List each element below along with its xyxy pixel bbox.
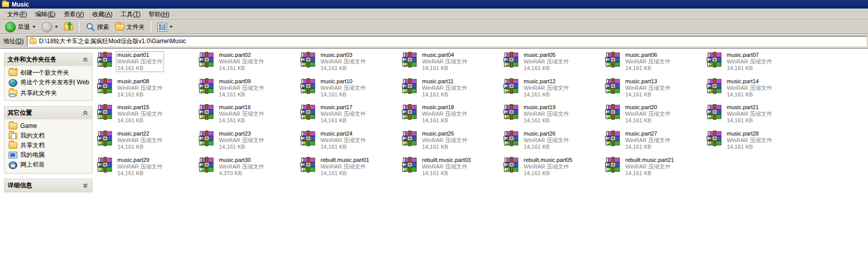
place-item[interactable]: 共享文档 [9, 142, 90, 149]
file-tile[interactable]: music.part16 WinRAR 压缩文件 14,161 KB [198, 103, 300, 129]
winrar-archive-icon [706, 130, 723, 146]
window-title: Music [12, 1, 29, 8]
file-size: 4,370 KB [219, 170, 264, 177]
file-tile[interactable]: music.part27 WinRAR 压缩文件 14,161 KB [604, 129, 706, 156]
file-tile[interactable]: music.part22 WinRAR 压缩文件 14,161 KB [97, 129, 198, 156]
up-button[interactable] [62, 23, 75, 31]
file-tile[interactable]: rebuilt.music.part01 WinRAR 压缩文件 14,161 … [300, 156, 401, 182]
file-size: 14,161 KB [320, 144, 366, 150]
file-type: WinRAR 压缩文件 [117, 58, 163, 65]
collapse-chevron-icon[interactable] [82, 111, 89, 115]
file-tile[interactable]: music.part17 WinRAR 压缩文件 14,161 KB [300, 103, 401, 129]
place-item[interactable]: 网上邻居 [9, 161, 90, 169]
menu-item[interactable]: 文件(F) [3, 9, 31, 20]
file-tile[interactable]: music.part26 WinRAR 压缩文件 14,161 KB [503, 129, 604, 156]
folders-button[interactable]: 文件夹 [113, 22, 147, 32]
file-tile[interactable]: music.part11 WinRAR 压缩文件 14,161 KB [401, 77, 503, 104]
winrar-archive-icon [604, 130, 621, 146]
file-tile[interactable]: rebuilt.music.part21 WinRAR 压缩文件 14,161 … [604, 156, 706, 182]
file-name: music.part11 [422, 78, 467, 85]
file-tile[interactable]: rebuilt.music.part05 WinRAR 压缩文件 14,161 … [503, 156, 604, 182]
views-button[interactable] [155, 22, 175, 32]
task-item-label: 共享此文件夹 [20, 89, 57, 96]
panel-title: 其它位置 [8, 109, 32, 117]
menu-item[interactable]: 查看(V) [59, 9, 88, 20]
file-tile[interactable]: music.part06 WinRAR 压缩文件 14,161 KB [604, 51, 706, 77]
file-name: music.part21 [727, 104, 772, 111]
file-name: music.part10 [320, 78, 366, 85]
menu-item[interactable]: 收藏(A) [88, 9, 116, 20]
file-tile[interactable]: music.part21 WinRAR 压缩文件 14,161 KB [706, 103, 808, 129]
file-tile[interactable]: music.part10 WinRAR 压缩文件 14,161 KB [300, 77, 401, 104]
views-dropdown-caret-icon[interactable] [170, 26, 173, 28]
file-type: WinRAR 压缩文件 [727, 58, 772, 65]
collapse-chevron-icon[interactable] [82, 57, 89, 62]
address-bar: 地址(D) D:\18轮大卡车之金属疯狂Mod综合版v1.0\Game\Musi… [0, 34, 868, 49]
file-tile[interactable]: music.part29 WinRAR 压缩文件 14,161 KB [97, 156, 198, 182]
file-name: music.part01 [117, 52, 163, 58]
file-name: music.part08 [117, 78, 163, 85]
file-size: 14,161 KB [117, 91, 163, 98]
file-name: music.part30 [219, 157, 264, 163]
file-tile[interactable]: music.part18 WinRAR 压缩文件 14,161 KB [401, 103, 503, 129]
file-tile[interactable]: music.part30 WinRAR 压缩文件 4,370 KB [198, 156, 300, 182]
file-tile[interactable]: music.part20 WinRAR 压缩文件 14,161 KB [604, 103, 706, 129]
search-label: 搜索 [97, 23, 109, 31]
search-icon [86, 22, 95, 31]
file-type: WinRAR 压缩文件 [320, 85, 366, 91]
task-item-label: 将这个文件夹发布到 Web [20, 79, 89, 86]
search-button[interactable]: 搜索 [84, 21, 111, 32]
forward-button[interactable]: → [40, 21, 60, 34]
address-input[interactable]: D:\18轮大卡车之金属疯狂Mod综合版v1.0\Game\Music [27, 36, 867, 47]
file-tile[interactable]: music.part05 WinRAR 压缩文件 14,161 KB [503, 51, 604, 77]
file-tile[interactable]: rebuilt.music.part03 WinRAR 压缩文件 14,161 … [401, 156, 503, 182]
file-size: 14,161 KB [727, 117, 772, 124]
forward-dropdown-caret-icon[interactable] [55, 26, 58, 28]
place-item[interactable]: Game [9, 122, 90, 129]
panel-header-file-folder-tasks[interactable]: 文件和文件夹任务 [5, 53, 92, 66]
file-type: WinRAR 压缩文件 [422, 58, 467, 65]
file-tile[interactable]: music.part13 WinRAR 压缩文件 14,161 KB [604, 77, 706, 104]
file-tile[interactable]: music.part04 WinRAR 压缩文件 14,161 KB [401, 51, 503, 77]
task-item[interactable]: 共享此文件夹 [9, 89, 90, 96]
menu-item[interactable]: 帮助(H) [145, 9, 174, 20]
file-tile[interactable]: music.part01 WinRAR 压缩文件 14,161 KB [97, 51, 198, 77]
winrar-archive-icon [401, 130, 418, 146]
winrar-archive-icon [503, 104, 520, 120]
file-tile[interactable]: music.part28 WinRAR 压缩文件 14,161 KB [706, 129, 808, 156]
file-tile[interactable]: music.part09 WinRAR 压缩文件 14,161 KB [198, 77, 300, 104]
file-type: WinRAR 压缩文件 [117, 137, 163, 144]
file-tile[interactable]: music.part15 WinRAR 压缩文件 14,161 KB [97, 103, 198, 129]
file-tile[interactable]: music.part12 WinRAR 压缩文件 14,161 KB [503, 77, 604, 104]
forward-icon: → [42, 22, 52, 32]
task-item[interactable]: 创建一个新文件夹 [9, 69, 90, 76]
place-item[interactable]: 我的电脑 [9, 151, 90, 158]
file-tile[interactable]: music.part14 WinRAR 压缩文件 14,161 KB [706, 77, 808, 104]
file-tile[interactable]: music.part19 WinRAR 压缩文件 14,161 KB [503, 103, 604, 129]
panel-file-folder-tasks: 文件和文件夹任务 创建一个新文件夹 将这个文件夹发布到 Web [4, 53, 92, 101]
expand-chevron-icon[interactable] [82, 183, 89, 188]
file-tile[interactable]: music.part02 WinRAR 压缩文件 14,161 KB [198, 51, 300, 77]
file-tile[interactable]: music.part03 WinRAR 压缩文件 14,161 KB [300, 51, 401, 77]
file-tile[interactable]: music.part08 WinRAR 压缩文件 14,161 KB [97, 77, 198, 104]
file-type: WinRAR 压缩文件 [219, 137, 264, 144]
file-tile[interactable]: music.part25 WinRAR 压缩文件 14,161 KB [401, 129, 503, 156]
menu-item[interactable]: 工具(T) [116, 9, 144, 20]
file-size: 14,161 KB [727, 144, 772, 150]
task-item[interactable]: 将这个文件夹发布到 Web [9, 79, 90, 87]
menu-item[interactable]: 编辑(E) [31, 9, 59, 20]
file-tile[interactable]: music.part24 WinRAR 压缩文件 14,161 KB [300, 129, 401, 156]
panel-header-details[interactable]: 详细信息 [5, 179, 92, 192]
task-item-label: 创建一个新文件夹 [20, 69, 69, 76]
panel-header-other-places[interactable]: 其它位置 [5, 107, 92, 119]
file-tile[interactable]: music.part07 WinRAR 压缩文件 14,161 KB [706, 51, 808, 77]
address-label: 地址(D) [3, 37, 24, 46]
winrar-archive-icon [198, 78, 215, 94]
file-type: WinRAR 压缩文件 [625, 137, 670, 144]
file-name: music.part04 [422, 52, 467, 58]
winrar-archive-icon [198, 104, 215, 120]
place-item[interactable]: 我的文档 [9, 132, 90, 139]
back-dropdown-caret-icon[interactable] [33, 26, 36, 28]
file-tile[interactable]: music.part23 WinRAR 压缩文件 14,161 KB [198, 129, 300, 156]
back-button[interactable]: ← 后退 [3, 21, 38, 34]
